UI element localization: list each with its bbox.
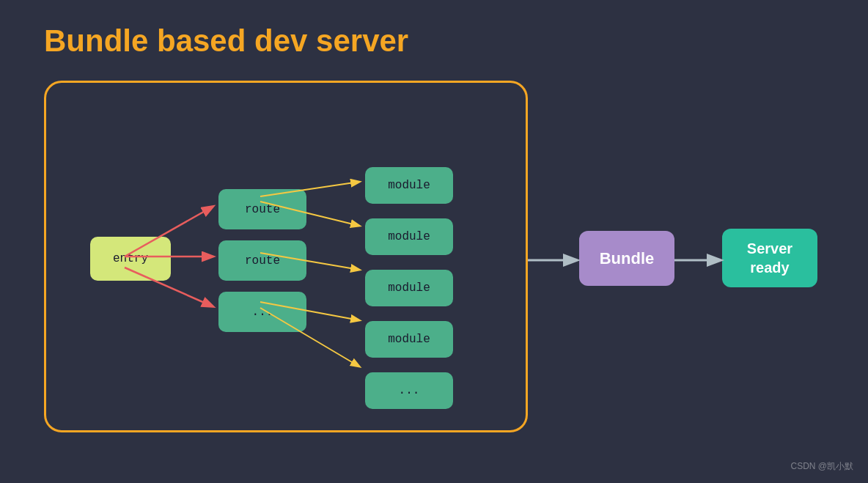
route1-node: route (218, 189, 306, 229)
dots1-node: ... (218, 292, 306, 332)
module2-node: module (365, 218, 453, 255)
dots2-node: ... (365, 372, 453, 409)
watermark: CSDN @凯小默 (790, 460, 853, 473)
module4-node: module (365, 321, 453, 358)
page-title: Bundle based dev server (44, 23, 408, 59)
bundle-diagram-container: entry route route ... module module modu… (44, 81, 528, 432)
route2-node: route (218, 240, 306, 281)
server-ready-node: Serverready (722, 229, 817, 287)
entry-node: entry (90, 237, 171, 281)
module3-node: module (365, 270, 453, 306)
bundle-node: Bundle (579, 231, 674, 286)
module1-node: module (365, 167, 453, 204)
